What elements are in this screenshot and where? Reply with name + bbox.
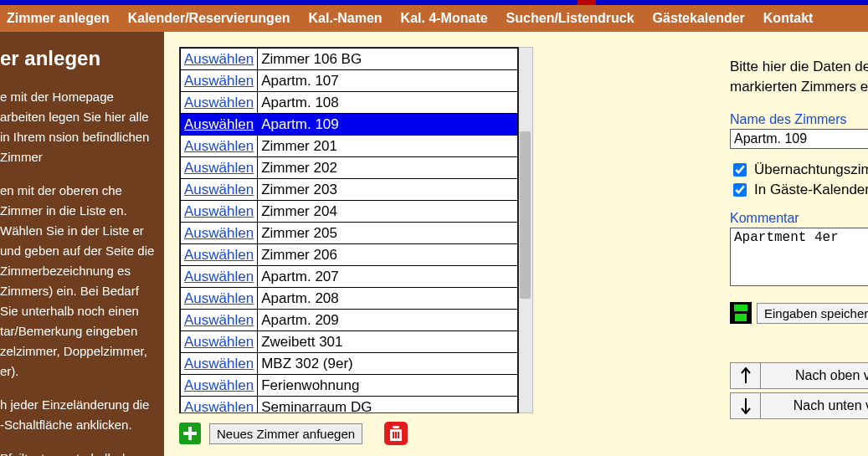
select-link[interactable]: Auswählen [184, 312, 254, 328]
room-name-cell: Ferienwohnung [258, 375, 518, 397]
comment-input[interactable] [730, 228, 868, 286]
svg-rect-5 [395, 432, 397, 438]
move-up-button[interactable]: Nach oben verschieben [730, 362, 868, 389]
comment-label: Kommentar [730, 211, 868, 226]
sidebar-para-4: Pfeiltasten unterhalb der [0, 448, 156, 456]
table-row[interactable]: AuswählenZimmer 204 [181, 201, 518, 223]
select-link[interactable]: Auswählen [184, 51, 254, 67]
sidebar-heading: er anlegen [0, 47, 156, 70]
select-link[interactable]: Auswählen [184, 225, 254, 241]
sidebar-para-3: h jeder Einzeländerung die -Schaltfläche… [0, 395, 156, 435]
chk-guestcal[interactable] [733, 183, 747, 197]
room-name-cell: Zimmer 204 [258, 201, 518, 223]
detail-form: Bitte hier die Daten des in der Liste ma… [730, 57, 868, 423]
room-name-cell: Zimmer 106 BG [258, 49, 518, 70]
save-button[interactable]: Eingaben speichern [757, 303, 868, 324]
room-name-input[interactable] [730, 129, 868, 149]
table-row[interactable]: AuswählenApartm. 107 [181, 70, 518, 92]
scrollbar[interactable] [519, 47, 533, 413]
select-link[interactable]: Auswählen [184, 203, 254, 219]
table-row[interactable]: AuswählenSeminarraum DG [181, 397, 518, 414]
svg-rect-4 [393, 432, 394, 438]
main-content: AuswählenZimmer 106 BGAuswählenApartm. 1… [164, 32, 868, 456]
table-row[interactable]: AuswählenZimmer 202 [181, 157, 518, 179]
arrow-up-icon [731, 363, 761, 388]
top-accent-bar [0, 0, 868, 5]
select-link[interactable]: Auswählen [184, 356, 254, 371]
room-name-cell: Apartm. 109 [258, 114, 518, 136]
scroll-thumb[interactable] [520, 131, 531, 299]
select-link[interactable]: Auswählen [184, 73, 254, 89]
room-name-cell: Zimmer 201 [258, 136, 518, 157]
nav-gaestekalender[interactable]: Gästekalender [653, 11, 745, 26]
red-marker [578, 0, 596, 5]
table-row[interactable]: AuswählenZimmer 206 [181, 244, 518, 266]
select-link[interactable]: Auswählen [184, 399, 254, 414]
detail-intro: Bitte hier die Daten des in der Liste ma… [730, 57, 868, 97]
select-link[interactable]: Auswählen [184, 95, 254, 110]
select-link[interactable]: Auswählen [184, 290, 254, 306]
chk-guestcal-row[interactable]: In Gäste-Kalender sichtbar [730, 181, 868, 199]
room-name-cell: Apartm. 208 [258, 288, 518, 310]
table-row[interactable]: AuswählenApartm. 207 [181, 266, 518, 288]
table-row[interactable]: AuswählenZimmer 201 [181, 136, 518, 157]
select-link[interactable]: Auswählen [184, 138, 254, 154]
nav-kal-4monate[interactable]: Kal. 4-Monate [401, 11, 488, 26]
select-link[interactable]: Auswählen [184, 334, 254, 350]
name-label: Name des Zimmers [730, 112, 868, 127]
chk-guestcal-label: In Gäste-Kalender sichtbar [754, 182, 868, 198]
svg-rect-1 [183, 432, 197, 435]
nav-kalender-reservierungen[interactable]: Kalender/Reservierungen [128, 11, 290, 26]
room-name-cell: Apartm. 108 [258, 92, 518, 114]
room-name-cell: Seminarraum DG [258, 397, 518, 414]
room-name-cell: Apartm. 107 [258, 70, 518, 92]
room-name-cell: MBZ 302 (9er) [258, 353, 518, 375]
table-row[interactable]: AuswählenZimmer 106 BG [181, 49, 518, 70]
svg-rect-3 [393, 426, 399, 428]
nav-zimmer-anlegen[interactable]: Zimmer anlegen [7, 11, 110, 26]
chk-overnight-row[interactable]: Übernachtungszimmer [730, 161, 868, 179]
select-link[interactable]: Auswählen [184, 116, 254, 132]
room-list-wrap: AuswählenZimmer 106 BGAuswählenApartm. 1… [179, 47, 534, 413]
chk-overnight-label: Übernachtungszimmer [754, 161, 868, 178]
select-link[interactable]: Auswählen [184, 160, 254, 176]
sidebar-para-1: e mit der Homepage arbeiten legen Sie hi… [0, 87, 156, 167]
select-link[interactable]: Auswählen [184, 269, 254, 284]
select-link[interactable]: Auswählen [184, 182, 254, 197]
move-down-button[interactable]: Nach unten verschieben [730, 392, 868, 419]
plus-icon[interactable] [179, 423, 201, 444]
select-link[interactable]: Auswählen [184, 377, 254, 393]
select-link[interactable]: Auswählen [184, 247, 254, 263]
arrow-down-icon [731, 393, 761, 418]
main-nav: Zimmer anlegen Kalender/Reservierungen K… [0, 5, 868, 32]
room-list[interactable]: AuswählenZimmer 106 BGAuswählenApartm. 1… [179, 47, 519, 413]
table-row[interactable]: AuswählenZimmer 205 [181, 223, 518, 244]
sidebar-para-2: en mit der oberen che Zimmer in die List… [0, 181, 156, 382]
save-icon [730, 302, 752, 324]
room-name-cell: Zimmer 206 [258, 244, 518, 266]
table-row[interactable]: AuswählenApartm. 208 [181, 288, 518, 310]
table-row[interactable]: AuswählenApartm. 209 [181, 310, 518, 331]
table-row[interactable]: AuswählenApartm. 108 [181, 92, 518, 114]
nav-suchen-listendruck[interactable]: Suchen/Listendruck [506, 11, 634, 26]
room-name-cell: Apartm. 209 [258, 310, 518, 331]
room-name-cell: Zimmer 205 [258, 223, 518, 244]
table-row[interactable]: AuswählenApartm. 109 [181, 114, 518, 136]
table-row[interactable]: AuswählenMBZ 302 (9er) [181, 353, 518, 375]
room-name-cell: Apartm. 207 [258, 266, 518, 288]
room-name-cell: Zweibett 301 [258, 331, 518, 353]
add-room-button[interactable]: Neues Zimmer anfuegen [209, 423, 362, 444]
help-sidebar: er anlegen e mit der Homepage arbeiten l… [0, 32, 164, 456]
chk-overnight[interactable] [733, 163, 747, 177]
move-down-label: Nach unten verschieben [761, 398, 868, 413]
nav-kontakt[interactable]: Kontakt [763, 11, 814, 26]
nav-kal-namen[interactable]: Kal.-Namen [309, 11, 383, 26]
room-table: AuswählenZimmer 106 BGAuswählenApartm. 1… [180, 48, 518, 413]
room-name-cell: Zimmer 202 [258, 157, 518, 179]
move-up-label: Nach oben verschieben [761, 368, 868, 383]
delete-room-button[interactable] [384, 422, 408, 445]
table-row[interactable]: AuswählenZimmer 203 [181, 179, 518, 201]
table-row[interactable]: AuswählenFerienwohnung [181, 375, 518, 397]
svg-rect-6 [398, 432, 399, 438]
table-row[interactable]: AuswählenZweibett 301 [181, 331, 518, 353]
